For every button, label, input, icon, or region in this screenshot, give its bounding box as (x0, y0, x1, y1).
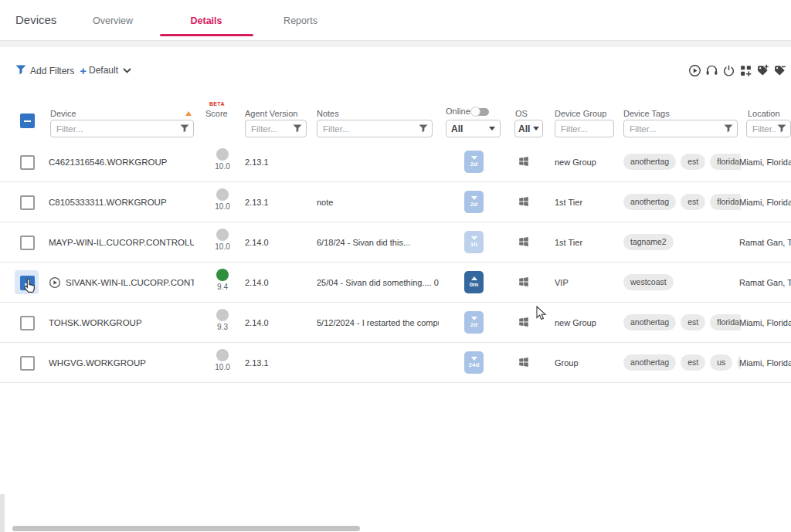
os-cell (518, 182, 534, 222)
row-checkbox[interactable] (20, 195, 35, 210)
online-only-toggle[interactable] (472, 108, 489, 116)
score-value: 10.0 (205, 162, 239, 171)
tab-overview[interactable]: Overview (70, 15, 155, 26)
device-name-cell: WHGVG.WORKGROUP (49, 343, 194, 382)
online-direction-icon (471, 236, 477, 240)
tab-reports[interactable]: Reports (258, 15, 343, 26)
online-direction-icon (471, 317, 477, 320)
device-name: MAYP-WIN-IL.CUCORP.CONTROLUP.COM (49, 238, 194, 247)
agent-version: 2.13.1 (245, 142, 310, 181)
device-group-filter-input[interactable] (555, 120, 614, 137)
os-cell (518, 303, 534, 342)
score-cell: 9.3 (205, 303, 239, 342)
agent-version-filter-input[interactable] (245, 120, 307, 137)
device-tags-filter-input[interactable] (623, 120, 738, 137)
table-row[interactable]: C8105333311.WORKGROUP 10.0 2.13.1 note 2… (0, 182, 791, 222)
table-row[interactable]: MAYP-WIN-IL.CUCORP.CONTROLUP.COM 10.0 2.… (0, 222, 791, 263)
online-duration: 24d (469, 362, 480, 368)
windows-icon (518, 236, 529, 249)
funnel-icon[interactable] (777, 122, 786, 136)
row-checkbox[interactable] (20, 236, 35, 250)
device-tags: anothertagestflorida (623, 182, 741, 222)
select-all-checkbox[interactable] (20, 114, 35, 128)
score-value: 10.0 (205, 242, 239, 251)
notes-text: 5/12/2024 - I restarted the computer (317, 303, 439, 342)
online-filter-select[interactable]: All (446, 120, 501, 137)
play-action-icon[interactable] (49, 276, 61, 289)
device-filter-input[interactable] (50, 120, 194, 137)
filter-preset-dropdown[interactable]: Default (89, 65, 131, 76)
row-checkbox[interactable] (20, 316, 35, 330)
windows-icon (518, 276, 529, 289)
score-cell: 9.4 (205, 263, 239, 302)
table-row[interactable]: C4621316546.WORKGROUP 10.0 2.13.1 2d new… (0, 142, 791, 182)
tag-pill: est (681, 194, 705, 210)
table-row[interactable]: SIVANK-WIN-IL.CUCORP.CONTROLUP.COM 9.4 2… (0, 263, 791, 303)
os-filter-value: All (518, 124, 530, 134)
add-to-group-icon[interactable] (739, 64, 752, 77)
online-direction-icon (471, 156, 477, 160)
agent-version: 2.14.0 (245, 263, 310, 302)
column-header-score: Score (205, 109, 228, 118)
funnel-icon[interactable] (293, 122, 302, 136)
device-name-cell: TOHSK.WORKGROUP (49, 303, 194, 342)
device-tags: anothertagestflorida (623, 303, 741, 342)
sort-ascending-icon[interactable] (185, 111, 192, 116)
funnel-icon[interactable] (724, 122, 733, 136)
column-header-device: Device (50, 109, 76, 118)
agent-version: 2.14.0 (245, 303, 310, 342)
score-cell: 10.0 (205, 343, 239, 382)
horizontal-scrollbar-thumb[interactable] (12, 526, 360, 531)
score-dot (216, 269, 229, 281)
score-cell: 10.0 (205, 182, 239, 222)
power-icon[interactable] (722, 64, 735, 77)
device-name-cell: SIVANK-WIN-IL.CUCORP.CONTROLUP.COM (49, 263, 194, 302)
caret-down-icon (533, 127, 539, 130)
header-divider-band (0, 41, 791, 47)
row-checkbox[interactable] (20, 356, 35, 371)
score-dot (216, 309, 229, 321)
remove-tag-icon[interactable] (773, 64, 786, 77)
score-value: 10.0 (205, 202, 239, 211)
device-name-cell: C8105333311.WORKGROUP (49, 182, 194, 222)
windows-icon (518, 357, 529, 369)
notes-filter-input[interactable] (317, 120, 433, 137)
online-duration: 1h (470, 242, 477, 248)
windows-icon (518, 156, 529, 168)
tab-details[interactable]: Details (164, 15, 249, 26)
os-filter-select[interactable]: All (514, 120, 543, 137)
column-header-location: Location (748, 109, 780, 118)
location: Miami, Florida (739, 303, 791, 342)
device-name: TOHSK.WORKGROUP (49, 318, 142, 327)
device-group: VIP (555, 263, 620, 302)
tag-pill: est (681, 314, 705, 330)
row-checkbox[interactable] (20, 155, 35, 170)
score-dot (216, 229, 229, 241)
online-filter-value: All (451, 124, 463, 134)
table-row[interactable]: WHGVG.WORKGROUP 10.0 2.13.1 24d Group an… (0, 343, 791, 383)
row-checkbox[interactable] (20, 276, 35, 290)
funnel-icon[interactable] (180, 122, 189, 136)
add-filters-button[interactable]: Add Filters + (15, 64, 87, 77)
add-filters-label: Add Filters (30, 66, 74, 76)
add-tag-icon[interactable] (756, 64, 769, 77)
tag-pill: est (681, 354, 705, 371)
run-action-icon[interactable] (688, 64, 701, 77)
device-tags: anothertagestflorida (623, 142, 741, 181)
score-value: 9.3 (205, 323, 239, 331)
os-cell (518, 343, 534, 382)
funnel-icon[interactable] (419, 122, 428, 136)
online-direction-icon (471, 357, 477, 361)
score-value: 9.4 (205, 283, 239, 291)
table-row[interactable]: TOHSK.WORKGROUP 9.3 2.14.0 5/12/2024 - I… (0, 303, 791, 343)
tag-pill: florida (710, 314, 741, 330)
chevron-down-icon (123, 65, 131, 76)
device-name: WHGVG.WORKGROUP (49, 358, 146, 368)
online-direction-icon (471, 196, 477, 200)
tag-pill: anothertag (623, 194, 676, 210)
location-filter-input[interactable] (746, 120, 791, 137)
remote-assist-headset-icon[interactable] (705, 64, 718, 77)
location: Miami, Florida (739, 343, 791, 382)
online-status-badge: 2d (464, 311, 484, 334)
score-dot (216, 349, 229, 361)
